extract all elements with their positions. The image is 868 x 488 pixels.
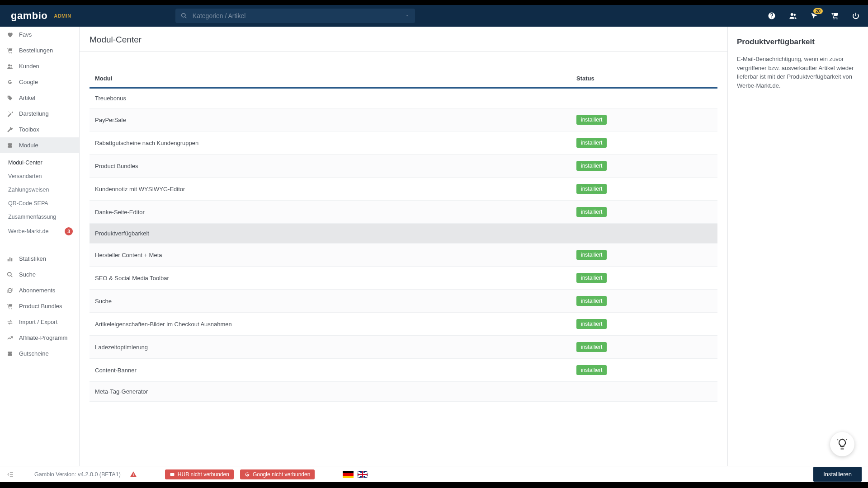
- cell-modul: Product Bundles: [95, 163, 576, 169]
- sidebar-item-label: Module: [19, 142, 38, 149]
- sidebar-item-bestellungen[interactable]: Bestellungen: [0, 42, 79, 58]
- hub-status-badge[interactable]: HUB nicht verbunden: [165, 469, 234, 479]
- cell-status: installiert: [576, 138, 712, 148]
- col-status[interactable]: Status: [576, 75, 712, 82]
- cell-status: installiert: [576, 365, 712, 375]
- cell-status: installiert: [576, 296, 712, 306]
- chart-icon: [6, 256, 14, 262]
- flag-de[interactable]: [343, 471, 354, 478]
- sidebar-item-affiliate-programm[interactable]: Affiliate-Programm: [0, 330, 79, 346]
- status-badge: installiert: [576, 342, 607, 352]
- sidebar-item-abonnements[interactable]: Abonnements: [0, 282, 79, 298]
- table-row[interactable]: Danke-Seite-Editorinstalliert: [90, 201, 717, 224]
- sidebar-item-toolbox[interactable]: Toolbox: [0, 122, 79, 137]
- table-row[interactable]: Artikeleigenschaften-Bilder im Checkout …: [90, 313, 717, 336]
- table-row[interactable]: Produktverfügbarkeit: [90, 224, 717, 244]
- help-icon[interactable]: [768, 12, 776, 20]
- sidebar-item-label: Favs: [19, 31, 32, 38]
- table-row[interactable]: Rabattgutscheine nach Kundengruppeninsta…: [90, 131, 717, 155]
- svg-rect-22: [170, 473, 174, 476]
- version-text: Gambio Version: v4.2.0.0 (BETA1): [34, 471, 121, 478]
- sidebar-item-favs[interactable]: Favs: [0, 27, 79, 42]
- table-row[interactable]: Product Bundlesinstalliert: [90, 155, 717, 178]
- table-header: Modul Status: [90, 70, 717, 89]
- table-row[interactable]: Sucheinstalliert: [90, 290, 717, 313]
- sidebar-item-artikel[interactable]: Artikel: [0, 90, 79, 106]
- sidebar: FavsBestellungenKundenGoogleArtikelDarst…: [0, 27, 80, 466]
- cell-modul: Meta-Tag-Generator: [95, 388, 576, 395]
- install-button[interactable]: Installieren: [813, 467, 862, 482]
- svg-point-15: [8, 272, 11, 276]
- wrench-icon: [6, 127, 14, 133]
- topbar: gambio ADMIN Kategorien / Artikel 20: [0, 5, 868, 27]
- sidebar-subitem[interactable]: Modul-Center: [0, 156, 79, 169]
- cell-modul: Produktverfügbarkeit: [95, 230, 576, 237]
- users-icon: [6, 63, 14, 70]
- sidebar-item-google[interactable]: Google: [0, 74, 79, 90]
- sidebar-item-label: Import / Export: [19, 319, 57, 325]
- sidebar-subitem[interactable]: Zusammenfassung: [0, 210, 79, 224]
- users-icon[interactable]: [788, 12, 797, 20]
- cell-modul: Hersteller Content + Meta: [95, 252, 576, 258]
- notifications-icon[interactable]: 20: [810, 12, 818, 20]
- wand-icon: [6, 111, 14, 117]
- svg-point-18: [11, 308, 12, 309]
- svg-point-3: [794, 14, 796, 16]
- cart-icon[interactable]: [831, 12, 839, 20]
- svg-line-24: [838, 440, 838, 440]
- collapse-sidebar-icon[interactable]: [6, 471, 14, 478]
- help-fab[interactable]: [830, 432, 854, 456]
- table-row[interactable]: PayPerSaleinstalliert: [90, 108, 717, 131]
- footer: Gambio Version: v4.2.0.0 (BETA1) HUB nic…: [0, 466, 868, 482]
- refresh-icon: [6, 287, 14, 294]
- table-row[interactable]: SEO & Social Media Toolbarinstalliert: [90, 267, 717, 290]
- table-row[interactable]: Ladezeitoptimierunginstalliert: [90, 336, 717, 359]
- power-icon[interactable]: [852, 12, 860, 20]
- main-content: Modul-Center Modul Status TreuebonusPayP…: [80, 27, 728, 466]
- sidebar-subitem[interactable]: Zahlungsweisen: [0, 183, 79, 197]
- svg-point-17: [9, 308, 9, 309]
- sidebar-item-module[interactable]: Module: [0, 137, 79, 153]
- sidebar-item-kunden[interactable]: Kunden: [0, 58, 79, 74]
- sidebar-subitem[interactable]: QR-Code SEPA: [0, 197, 79, 210]
- details-panel: Produktverfügbarkeit E-Mail-Benachrichti…: [728, 27, 868, 466]
- sidebar-item-statistiken[interactable]: Statistiken: [0, 251, 79, 267]
- cell-modul: Danke-Seite-Editor: [95, 209, 576, 216]
- count-badge: 3: [65, 227, 73, 235]
- sidebar-item-label: Artikel: [19, 94, 35, 101]
- sidebar-item-product-bundles[interactable]: Product Bundles: [0, 298, 79, 314]
- google-status-badge[interactable]: Google nicht verbunden: [240, 469, 315, 479]
- chevron-down-icon: [405, 14, 410, 18]
- sidebar-item-gutscheine[interactable]: Gutscheine: [0, 346, 79, 361]
- table-row[interactable]: Hersteller Content + Metainstalliert: [90, 244, 717, 267]
- status-badge: installiert: [576, 184, 607, 194]
- search-placeholder: Kategorien / Artikel: [193, 12, 405, 19]
- search-dropdown[interactable]: Kategorien / Artikel: [175, 9, 415, 23]
- svg-line-16: [11, 275, 13, 277]
- sidebar-item-label: Toolbox: [19, 126, 39, 133]
- sidebar-item-label: Kunden: [19, 63, 39, 70]
- table-row[interactable]: Meta-Tag-Generator: [90, 382, 717, 402]
- warning-icon[interactable]: [130, 471, 137, 478]
- svg-point-5: [836, 19, 837, 19]
- cell-status: installiert: [576, 273, 712, 283]
- sidebar-subitem[interactable]: Werbe-Markt.de3: [0, 224, 79, 239]
- cell-modul: Kundennotiz mit WYSIWYG-Editor: [95, 186, 576, 192]
- svg-line-25: [846, 440, 847, 440]
- flag-en[interactable]: [357, 471, 368, 478]
- table-row[interactable]: Content-Bannerinstalliert: [90, 359, 717, 382]
- sidebar-item-label: Product Bundles: [19, 303, 62, 310]
- svg-line-1: [185, 17, 187, 19]
- sidebar-item-darstellung[interactable]: Darstellung: [0, 106, 79, 122]
- sidebar-subitem[interactable]: Versandarten: [0, 169, 79, 183]
- cell-modul: Treuebonus: [95, 95, 576, 102]
- col-modul[interactable]: Modul: [95, 75, 576, 82]
- svg-point-9: [10, 65, 12, 66]
- details-title: Produktverfügbarkeit: [737, 38, 859, 47]
- cell-status: installiert: [576, 342, 712, 352]
- sidebar-item-import-export[interactable]: Import / Export: [0, 314, 79, 330]
- cell-modul: Artikeleigenschaften-Bilder im Checkout …: [95, 321, 576, 328]
- table-row[interactable]: Treuebonus: [90, 89, 717, 108]
- sidebar-item-suche[interactable]: Suche: [0, 267, 79, 282]
- table-row[interactable]: Kundennotiz mit WYSIWYG-Editorinstallier…: [90, 178, 717, 201]
